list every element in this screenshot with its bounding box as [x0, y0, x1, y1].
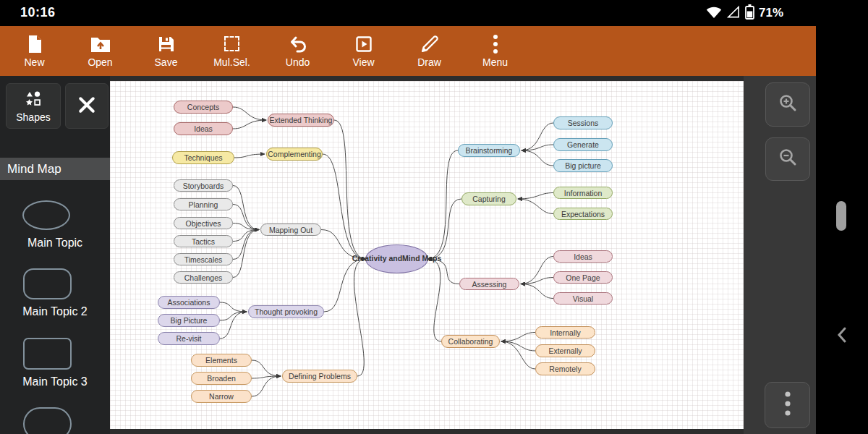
shape-template-rounded-lg[interactable]	[23, 268, 72, 299]
topic-node[interactable]: Sessions	[553, 116, 613, 129]
undo-icon	[289, 35, 307, 54]
topic-node[interactable]: Ideas	[553, 250, 613, 263]
multi-select-icon	[224, 35, 239, 54]
topic-node[interactable]: One Page	[553, 271, 613, 284]
toolbar-new-button[interactable]: New	[1, 29, 67, 74]
battery-percent: 71%	[759, 6, 783, 20]
view-icon	[355, 35, 373, 54]
topic-node[interactable]: Ideas	[174, 122, 233, 135]
topic-node[interactable]: Collaborating	[441, 335, 500, 348]
shapes-sidebar: Shapes Mind Map Main TopicMain Topic 2Ma…	[0, 76, 110, 434]
open-folder-icon	[90, 35, 111, 54]
toolbar-save-label: Save	[155, 56, 178, 68]
toolbar-draw-label: Draw	[417, 56, 441, 68]
topic-node[interactable]: Extended Thinking	[268, 114, 334, 127]
topic-node[interactable]: Visual	[553, 292, 613, 305]
cell-signal-icon	[726, 5, 741, 22]
scrollbar-thumb[interactable]	[836, 201, 846, 231]
topic-node[interactable]: Timescales	[174, 253, 233, 265]
topic-node[interactable]: Thought provoking	[248, 305, 324, 318]
topic-node[interactable]: Narrow	[191, 390, 252, 403]
shape-template-label: Main Topic	[0, 237, 110, 250]
battery-icon	[745, 4, 754, 22]
shape-template-rounded-sm[interactable]	[23, 338, 72, 370]
topic-node[interactable]: Defining Problems	[282, 370, 357, 383]
toolbar-mulsel-button[interactable]: Mul.Sel.	[199, 29, 265, 74]
zoom-in-icon	[776, 92, 799, 118]
toolbar-view-button[interactable]: View	[331, 29, 396, 74]
drawing-canvas[interactable]: ConceptsIdeasExtended ThinkingTechniques…	[110, 81, 744, 429]
toolbar-undo-button[interactable]: Undo	[265, 29, 331, 74]
topic-node[interactable]: Externally	[535, 344, 595, 357]
shapes-button-label: Shapes	[16, 111, 50, 123]
toolbar: NewOpenSaveMul.Sel.UndoViewDrawMenu	[0, 26, 816, 76]
status-icons: 71%	[706, 0, 783, 26]
topic-node[interactable]: Internally	[535, 326, 595, 339]
zoom-out-button[interactable]	[765, 137, 810, 181]
topic-node[interactable]: Remotely	[535, 362, 595, 375]
chevron-left-icon[interactable]	[835, 326, 849, 347]
topic-node[interactable]: Expectations	[553, 208, 613, 220]
topic-node[interactable]: Planning	[174, 198, 233, 210]
shape-template-label: Main Topic 3	[0, 375, 110, 388]
sidebar-section-header[interactable]: Mind Map	[0, 158, 110, 180]
close-icon	[76, 94, 98, 119]
toolbar-save-button[interactable]: Save	[133, 29, 199, 74]
shape-template-stadium[interactable]	[23, 407, 72, 434]
topic-node[interactable]: Assessing	[459, 278, 519, 290]
clock: 10:16	[20, 5, 56, 20]
toolbar-draw-button[interactable]: Draw	[396, 29, 462, 74]
status-bar: 10:16 71%	[0, 0, 868, 26]
shapes-button[interactable]: Shapes	[6, 83, 61, 129]
zoom-out-icon	[776, 146, 799, 172]
topic-node[interactable]: Techniques	[172, 151, 234, 164]
toolbar-open-button[interactable]: Open	[67, 29, 133, 74]
topic-node[interactable]: Objectives	[174, 217, 233, 229]
topic-node[interactable]: Elements	[191, 354, 252, 367]
new-file-icon	[26, 35, 43, 54]
topic-node[interactable]: Challenges	[174, 271, 233, 284]
topic-node[interactable]: Big picture	[553, 159, 613, 172]
topic-node[interactable]: Mapping Out	[260, 224, 321, 236]
save-icon	[158, 35, 175, 54]
toolbar-new-label: New	[24, 56, 44, 68]
topic-node[interactable]: Tactics	[174, 235, 233, 247]
more-options-button[interactable]	[765, 382, 810, 428]
topic-node[interactable]: Brainstorming	[458, 144, 520, 157]
toolbar-open-label: Open	[88, 56, 112, 68]
screen-edge-strip	[816, 0, 868, 434]
toolbar-view-label: View	[352, 56, 374, 68]
topic-node[interactable]: Broaden	[191, 372, 252, 385]
canvas-control-panel	[744, 76, 816, 434]
central-topic-node[interactable]: Creativity andMind Maps	[365, 244, 428, 273]
shapes-grid-icon	[25, 90, 42, 109]
topic-node[interactable]: Generate	[553, 138, 613, 151]
topic-node[interactable]: Re-visit	[158, 332, 220, 345]
shape-template-ellipse[interactable]	[22, 200, 70, 230]
topic-node[interactable]: Capturing	[461, 192, 516, 205]
overflow-menu-icon	[493, 35, 498, 54]
topic-node[interactable]: Storyboards	[174, 179, 233, 192]
toolbar-menu-label: Menu	[482, 56, 508, 68]
topic-node[interactable]: Information	[553, 187, 613, 199]
topic-node[interactable]: Big Picture	[158, 314, 220, 327]
vertical-dots-icon	[784, 391, 791, 420]
shape-template-label: Main Topic 2	[0, 305, 110, 318]
topic-node[interactable]: Concepts	[174, 101, 233, 114]
toolbar-mulsel-label: Mul.Sel.	[213, 56, 250, 68]
app-screen: 10:16 71% NewOpenSaveMul.Sel.UndoViewDra…	[0, 0, 868, 434]
topic-node[interactable]: Associations	[158, 296, 220, 309]
toolbar-undo-label: Undo	[286, 56, 310, 68]
zoom-in-button[interactable]	[765, 82, 810, 127]
wifi-icon	[706, 5, 722, 22]
topic-node[interactable]: Complementing	[266, 148, 323, 161]
toolbar-menu-button[interactable]: Menu	[462, 29, 528, 74]
draw-pencil-icon	[420, 35, 439, 54]
close-sidebar-button[interactable]	[65, 83, 109, 129]
